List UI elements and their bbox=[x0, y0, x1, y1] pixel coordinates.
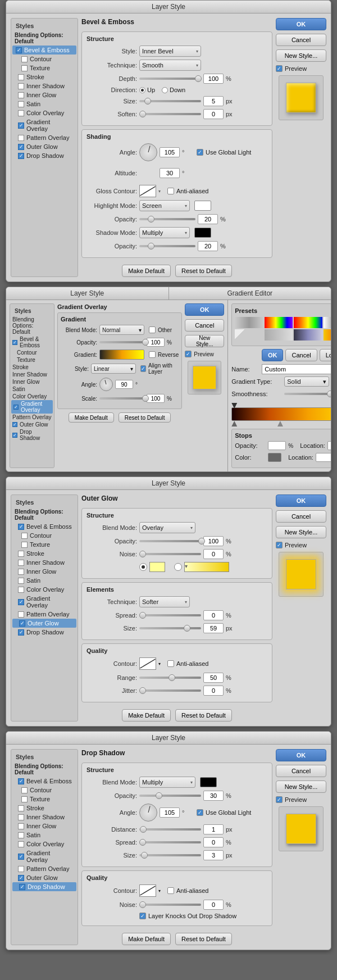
bevel-checkbox[interactable]: ✓ bbox=[16, 47, 22, 53]
s4-texture-chk[interactable] bbox=[21, 796, 28, 802]
preview-check-3[interactable] bbox=[276, 542, 283, 548]
s2-dropshadow[interactable]: ✓ Drop Shadow bbox=[10, 428, 54, 442]
s4-blending[interactable]: Blending Options: Default bbox=[11, 762, 78, 777]
ds-size-thumb[interactable] bbox=[141, 852, 148, 859]
s4-co-chk[interactable] bbox=[18, 841, 24, 847]
s3-is-chk[interactable] bbox=[18, 560, 24, 566]
ge-ok-btn[interactable]: OK bbox=[262, 349, 284, 361]
og-solid-swatch[interactable] bbox=[149, 562, 165, 572]
s3-contour[interactable]: Contour bbox=[11, 531, 78, 540]
ds-distance-slider[interactable] bbox=[139, 828, 201, 831]
s3-innerglow[interactable]: Inner Glow bbox=[11, 567, 78, 576]
s2-contour[interactable]: Contour bbox=[10, 349, 54, 356]
og-range-slider[interactable] bbox=[139, 677, 201, 679]
style-dropdown[interactable]: Inner Bevel ▾ bbox=[139, 46, 201, 57]
go-align-chk[interactable] bbox=[140, 365, 146, 372]
og-jitter-input[interactable] bbox=[203, 686, 224, 696]
contour-checkbox[interactable] bbox=[21, 56, 28, 62]
og-opacity-thumb[interactable] bbox=[198, 538, 205, 545]
ds-distance-thumb[interactable] bbox=[140, 826, 147, 833]
preset-8[interactable] bbox=[294, 329, 322, 341]
og-opacity-slider[interactable] bbox=[139, 540, 201, 542]
s3-stroke-chk[interactable] bbox=[18, 551, 24, 557]
s4-bevel[interactable]: ✓ Bevel & Emboss bbox=[11, 777, 78, 786]
go-scale-input[interactable] bbox=[147, 394, 165, 403]
go-reset-default[interactable]: Reset to Default bbox=[119, 412, 171, 423]
direction-up-radio[interactable] bbox=[139, 87, 145, 93]
ge-color-swatch[interactable] bbox=[268, 453, 281, 462]
s3-dropshadow[interactable]: ✓ Drop Shadow bbox=[11, 628, 78, 637]
inner-shadow-checkbox[interactable] bbox=[18, 83, 24, 89]
s4-innershadow[interactable]: Inner Shadow bbox=[11, 813, 78, 822]
ge-gradient-bar[interactable] bbox=[231, 407, 331, 421]
s4-bevel-chk[interactable]: ✓ bbox=[18, 778, 24, 784]
s3-texture[interactable]: Texture bbox=[11, 540, 78, 549]
s2-texture[interactable]: Texture bbox=[10, 356, 54, 364]
drop-shadow-checkbox[interactable]: ✓ bbox=[18, 153, 24, 159]
og-blend-dropdown[interactable]: Overlay ▾ bbox=[139, 522, 195, 533]
og-size-input[interactable] bbox=[203, 623, 224, 633]
ok-btn-3[interactable]: OK bbox=[276, 494, 326, 507]
og-gradient-swatch[interactable]: ▾ bbox=[184, 562, 229, 572]
ge-type-dropdown[interactable]: Solid ▾ bbox=[284, 376, 329, 387]
sidebar-item-stroke[interactable]: Stroke bbox=[11, 72, 78, 81]
sidebar-item-drop-shadow[interactable]: ✓ Drop Shadow bbox=[11, 151, 78, 160]
ds-noise-slider[interactable] bbox=[139, 904, 201, 906]
color-overlay-checkbox[interactable] bbox=[18, 110, 24, 116]
sidebar-item-blending[interactable]: Blending Options: Default bbox=[11, 31, 78, 46]
og-antialias-chk[interactable] bbox=[167, 660, 174, 667]
size-input[interactable] bbox=[203, 96, 224, 106]
new-style-btn-4[interactable]: New Style... bbox=[276, 781, 326, 793]
go-angle-dial[interactable] bbox=[99, 378, 113, 391]
sidebar-item-texture[interactable]: Texture bbox=[11, 63, 78, 72]
ge-location-input2[interactable] bbox=[316, 453, 331, 462]
preset-9[interactable] bbox=[324, 329, 331, 341]
technique-dropdown[interactable]: Smooth ▾ bbox=[139, 60, 201, 71]
ds-opacity-thumb[interactable] bbox=[156, 792, 162, 799]
og-technique-dropdown[interactable]: Softer ▾ bbox=[139, 596, 190, 607]
og-range-thumb[interactable] bbox=[168, 674, 175, 681]
og-spread-thumb[interactable] bbox=[139, 612, 146, 619]
sidebar-item-pattern-overlay[interactable]: Pattern Overlay bbox=[11, 133, 78, 142]
ds-globallight-chk[interactable] bbox=[197, 809, 203, 816]
og-noise-slider[interactable] bbox=[139, 553, 201, 555]
cancel-btn-1[interactable]: Cancel bbox=[276, 34, 326, 46]
highlight-opacity-slider[interactable] bbox=[139, 218, 195, 220]
s2-innerglow[interactable]: Inner Glow bbox=[10, 378, 54, 385]
ds-antialias-chk[interactable] bbox=[167, 887, 174, 894]
ge-name-input[interactable] bbox=[262, 364, 331, 374]
satin-checkbox[interactable] bbox=[18, 101, 24, 107]
ds-spread-slider[interactable] bbox=[139, 841, 201, 843]
ge-cancel-btn[interactable]: Cancel bbox=[285, 349, 317, 361]
ds-size-slider[interactable] bbox=[139, 854, 201, 856]
s3-texture-chk[interactable] bbox=[21, 542, 28, 548]
soften-slider[interactable] bbox=[139, 113, 201, 115]
s4-satin[interactable]: Satin bbox=[11, 831, 78, 840]
depth-thumb[interactable] bbox=[195, 75, 202, 82]
ds-contour-box[interactable] bbox=[139, 884, 156, 897]
s3-coloroverlay[interactable]: Color Overlay bbox=[11, 585, 78, 594]
go-scale-slider[interactable] bbox=[99, 397, 144, 400]
s2-bevel-chk[interactable]: ✓ bbox=[12, 340, 17, 345]
ge-location-input1[interactable] bbox=[327, 441, 331, 450]
og-jitter-slider[interactable] bbox=[139, 689, 201, 692]
s3-og-chk[interactable]: ✓ bbox=[19, 620, 25, 627]
altitude-input[interactable] bbox=[160, 168, 180, 178]
og-opacity-input[interactable] bbox=[203, 536, 224, 546]
anti-alias-checkbox[interactable] bbox=[167, 188, 174, 194]
s4-outerglow[interactable]: ✓ Outer Glow bbox=[11, 873, 78, 882]
s2-og-chk[interactable]: ✓ bbox=[12, 422, 17, 427]
og-spread-slider[interactable] bbox=[139, 614, 201, 616]
reset-default-btn[interactable]: Reset to Default bbox=[175, 265, 232, 277]
ds-noise-input[interactable] bbox=[203, 900, 224, 910]
s3-co-chk[interactable] bbox=[18, 587, 24, 593]
ds-distance-input[interactable] bbox=[203, 824, 224, 834]
inner-glow-checkbox[interactable] bbox=[18, 92, 24, 98]
ds-opacity-slider[interactable] bbox=[139, 795, 201, 797]
s2-coloroverlay[interactable]: Color Overlay bbox=[10, 393, 54, 400]
og-solid-radio[interactable] bbox=[139, 563, 147, 571]
s3-bevel-chk[interactable]: ✓ bbox=[18, 524, 24, 530]
s2-go-chk[interactable]: ✓ bbox=[13, 405, 19, 410]
og-range-input[interactable] bbox=[203, 673, 224, 683]
preset-3[interactable] bbox=[294, 317, 322, 328]
